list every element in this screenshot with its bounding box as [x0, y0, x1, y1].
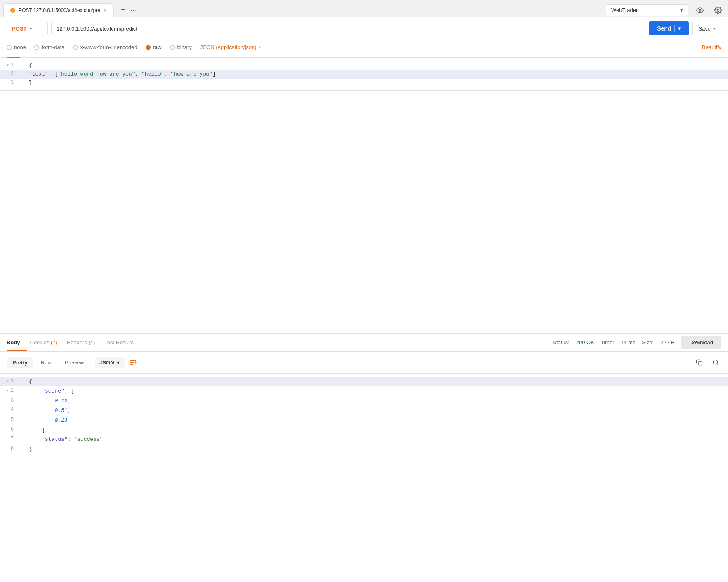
- tab-title: POST 127.0.0.1:5000/api/textcnn/pre: [19, 7, 100, 13]
- copy-icon[interactable]: [693, 357, 705, 368]
- workspace-name: WebTrader: [611, 7, 677, 13]
- send-label: Send: [657, 25, 671, 32]
- url-input[interactable]: [51, 22, 645, 35]
- code-line-2: ▾ 2 "text": ["hello word how are you", "…: [0, 70, 728, 79]
- code-line-3: ▾ 3 }: [0, 79, 728, 88]
- response-format-bar: Pretty Raw Preview JSON ▾: [0, 352, 728, 374]
- active-underline: [7, 57, 20, 58]
- json-type-selector[interactable]: JSON (application/json) ▾: [200, 44, 261, 54]
- response-line-num-7: 7: [11, 435, 14, 444]
- body-type-urlencoded-label: x-www-form-urlencoded: [80, 44, 137, 50]
- response-content-8: }: [29, 445, 32, 454]
- format-right-controls: [693, 357, 721, 368]
- radio-raw: [146, 45, 151, 50]
- size-value: 222 B: [660, 339, 674, 345]
- response-line-3: ▾ 3 0.12,: [0, 396, 728, 406]
- response-content-4: 0.51,: [29, 406, 71, 415]
- tab-headers[interactable]: Headers (4): [67, 334, 101, 351]
- gear-icon[interactable]: [711, 4, 725, 17]
- send-chevron-icon: ▾: [678, 26, 681, 31]
- search-icon[interactable]: [710, 357, 721, 368]
- send-divider: [674, 25, 675, 32]
- workspace-selector[interactable]: WebTrader ▾: [606, 4, 688, 16]
- tab-body[interactable]: Body: [7, 334, 27, 351]
- body-type-raw[interactable]: raw: [146, 44, 162, 54]
- method-selector[interactable]: POST ▾: [7, 22, 48, 35]
- response-content-6: ],: [29, 425, 48, 435]
- tab-headers-badge: (4): [89, 340, 95, 345]
- tab-cookies[interactable]: Cookies (2): [30, 334, 64, 351]
- active-tab[interactable]: POST 127.0.0.1:5000/api/textcnn/pre ×: [3, 3, 114, 17]
- tab-favicon: [10, 8, 15, 13]
- svg-point-0: [699, 9, 701, 11]
- format-type-chevron-icon: ▾: [117, 360, 120, 366]
- tab-test-results-label: Test Results: [104, 339, 134, 345]
- method-chevron-icon: ▾: [30, 26, 32, 31]
- send-button[interactable]: Send ▾: [649, 21, 689, 35]
- format-preview-label: Preview: [65, 360, 84, 366]
- body-type-binary[interactable]: binary: [170, 44, 192, 54]
- response-line-8: ▾ 8 }: [0, 445, 728, 454]
- format-preview[interactable]: Preview: [59, 357, 90, 368]
- eye-icon[interactable]: [693, 4, 707, 17]
- radio-urlencoded: [73, 45, 78, 50]
- format-raw[interactable]: Raw: [35, 357, 57, 368]
- tab-menu-button[interactable]: ···: [130, 7, 137, 14]
- code-line-1: ▾ 1 {: [0, 62, 728, 70]
- save-button[interactable]: Save ▾: [692, 22, 721, 35]
- tab-test-results[interactable]: Test Results: [104, 334, 140, 351]
- beautify-button[interactable]: Beautify: [702, 44, 721, 54]
- tab-cookies-badge: (2): [51, 340, 57, 345]
- body-type-form-data[interactable]: form-data: [34, 44, 65, 54]
- workspace-chevron-icon: ▾: [680, 7, 683, 13]
- body-type-none[interactable]: none: [7, 44, 26, 54]
- request-code-editor[interactable]: ▾ 1 { ▾ 2 "text": ["hello word how are y…: [0, 58, 728, 91]
- svg-point-6: [713, 360, 718, 364]
- response-line-num-6: 6: [11, 425, 14, 434]
- browser-controls: WebTrader ▾: [606, 4, 725, 17]
- wrap-icon[interactable]: [126, 356, 139, 369]
- body-type-none-label: none: [14, 44, 26, 50]
- size-label: Size:: [642, 339, 654, 345]
- tab-close-button[interactable]: ×: [104, 7, 107, 14]
- body-type-raw-label: raw: [153, 44, 162, 50]
- request-toolbar: POST ▾ Send ▾ Save ▾: [0, 17, 728, 40]
- response-line-num-1: 1: [11, 377, 14, 386]
- response-tabs-bar: Body Cookies (2) Headers (4) Test Result…: [0, 333, 728, 352]
- line-num-1: 1: [11, 62, 14, 69]
- radio-none: [7, 45, 12, 50]
- response-line-5: ▾ 5 0.13: [0, 416, 728, 425]
- svg-rect-5: [698, 362, 702, 365]
- download-button[interactable]: Download: [681, 336, 721, 349]
- time-value: 14 ms: [621, 339, 635, 345]
- save-chevron-icon: ▾: [713, 26, 715, 31]
- response-meta: Status: 200 OK Time: 14 ms Size: 222 B D…: [553, 336, 721, 349]
- save-label: Save: [698, 26, 711, 32]
- response-section: Body Cookies (2) Headers (4) Test Result…: [0, 333, 728, 577]
- status-value: 200 OK: [576, 339, 594, 345]
- radio-binary: [170, 45, 175, 50]
- response-body[interactable]: ▾ 1 { ▾ 2 "score": [ ▾ 3 0.: [0, 374, 728, 457]
- code-content-2: "text": ["hello word how are you", "hell…: [29, 70, 216, 79]
- json-type-label: JSON (application/json): [200, 44, 257, 50]
- body-type-binary-label: binary: [177, 44, 192, 50]
- response-line-num-2: 2: [11, 386, 14, 395]
- format-type-selector[interactable]: JSON ▾: [95, 357, 124, 368]
- response-line-num-4: 4: [11, 406, 14, 415]
- tab-cookies-label: Cookies: [30, 339, 51, 345]
- body-type-urlencoded[interactable]: x-www-form-urlencoded: [73, 44, 137, 54]
- response-line-7: ▾ 7 "status": "success": [0, 435, 728, 444]
- response-content-7: "status": "success": [29, 435, 103, 444]
- format-pretty-label: Pretty: [12, 360, 28, 366]
- format-raw-label: Raw: [41, 360, 52, 366]
- method-label: POST: [12, 26, 26, 32]
- format-pretty[interactable]: Pretty: [7, 357, 33, 368]
- time-label: Time:: [601, 339, 614, 345]
- code-content-1: {: [29, 62, 32, 70]
- response-content-3: 0.12,: [29, 396, 71, 406]
- response-line-num-3: 3: [11, 396, 14, 405]
- new-tab-button[interactable]: +: [117, 5, 129, 16]
- body-type-bar: none form-data x-www-form-urlencoded raw…: [0, 40, 728, 58]
- body-type-form-data-label: form-data: [42, 44, 65, 50]
- svg-point-1: [717, 9, 719, 11]
